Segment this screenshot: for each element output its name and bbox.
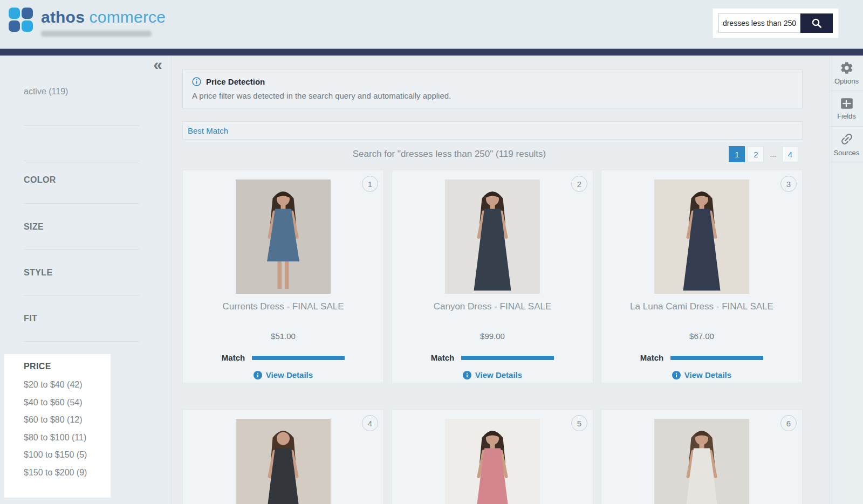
filter-section-fit[interactable]: FIT <box>24 314 37 323</box>
product-title[interactable]: La Luna Cami Dress - FINAL SALE <box>601 301 802 312</box>
divider <box>24 341 139 342</box>
product-price: $51.00 <box>183 332 383 341</box>
product-photo <box>654 179 749 294</box>
product-grid: 1 Curre <box>182 170 803 504</box>
tools-sidebar: Options Fields Sources <box>830 56 863 504</box>
price-filter-option-150-200[interactable]: $150 to $200 (9) <box>24 464 111 482</box>
filter-section-size[interactable]: SIZE <box>24 222 44 232</box>
logo-wordmark: athos commerce <box>41 6 166 28</box>
match-score-bar <box>670 356 763 360</box>
filters-sidebar: « active (119) COLOR SIZE STYLE FIT PRIC… <box>0 56 172 504</box>
result-rank-badge: 4 <box>362 415 378 431</box>
filter-section-price: PRICE <box>24 362 111 371</box>
divider <box>24 249 139 250</box>
page-button-2[interactable]: 2 <box>748 146 764 162</box>
sort-selector[interactable]: Best Match <box>182 121 803 140</box>
result-rank-badge: 5 <box>571 415 587 431</box>
match-label: Match <box>222 353 245 362</box>
view-details-link[interactable]: View Details <box>601 370 802 379</box>
view-details-link[interactable]: View Details <box>183 370 383 379</box>
price-filter-panel: PRICE $20 to $40 (42) $40 to $60 (54) $6… <box>4 354 111 498</box>
product-photo <box>445 419 540 504</box>
results-main: Price Detection A price filter was detec… <box>172 56 830 504</box>
match-row: Match <box>183 353 383 362</box>
top-accent-bar <box>0 49 863 56</box>
logo-icon <box>9 8 33 32</box>
product-price: $99.00 <box>392 332 593 341</box>
fields-label: Fields <box>837 112 856 120</box>
filter-section-style[interactable]: STYLE <box>24 268 53 278</box>
view-details-label: View Details <box>266 370 313 379</box>
product-photo <box>236 419 331 504</box>
active-filter-status: active (119) <box>24 87 68 96</box>
product-price: $67.00 <box>601 332 802 341</box>
results-summary: Search for "dresses less than 250" (119 … <box>182 142 716 167</box>
product-card[interactable]: 1 Curre <box>182 170 384 383</box>
product-card[interactable]: 2 Canyon Dress - FINAL SALE <box>392 170 593 383</box>
product-card[interactable]: 3 La Luna Cami Dress - FINAL SALE <box>601 170 803 383</box>
product-card[interactable]: 4 <box>182 409 384 504</box>
filter-section-color[interactable]: COLOR <box>24 175 56 185</box>
search-input[interactable] <box>718 13 800 33</box>
price-filter-option-20-40[interactable]: $20 to $40 (42) <box>24 376 111 394</box>
gear-icon <box>840 61 854 75</box>
product-photo <box>236 179 331 294</box>
search-button[interactable] <box>800 13 833 33</box>
options-button[interactable]: Options <box>830 56 863 91</box>
sort-label: Best Match <box>188 126 228 135</box>
page-button-1[interactable]: 1 <box>729 146 745 162</box>
view-details-link[interactable]: View Details <box>392 370 593 379</box>
info-icon <box>192 77 201 86</box>
match-label: Match <box>640 353 663 362</box>
view-details-label: View Details <box>475 370 522 379</box>
divider <box>24 295 139 296</box>
header: athos commerce <box>0 0 863 49</box>
page-button-4[interactable]: 4 <box>782 146 798 162</box>
product-photo <box>654 419 749 504</box>
product-title[interactable]: Currents Dress - FINAL SALE <box>183 301 383 312</box>
match-score-bar <box>461 356 554 360</box>
price-filter-option-100-150[interactable]: $100 to $150 (5) <box>24 446 111 464</box>
match-label: Match <box>431 353 454 362</box>
match-row: Match <box>601 353 802 362</box>
result-rank-badge: 6 <box>780 415 797 431</box>
search-icon <box>811 17 823 29</box>
logo-text-athos: athos <box>41 8 85 26</box>
price-filter-option-60-80[interactable]: $60 to $80 (12) <box>24 411 111 429</box>
store-url-redacted <box>41 31 152 37</box>
price-filter-option-40-60[interactable]: $40 to $60 (54) <box>24 394 111 412</box>
info-filled-icon <box>463 371 471 379</box>
price-filter-option-80-100[interactable]: $80 to $100 (11) <box>24 429 111 447</box>
product-title[interactable]: Canyon Dress - FINAL SALE <box>392 301 593 312</box>
logo-text-commerce: commerce <box>90 8 166 26</box>
options-label: Options <box>834 77 859 85</box>
search-bar <box>713 9 838 38</box>
divider <box>24 203 139 204</box>
result-rank-badge: 3 <box>780 176 797 192</box>
sources-label: Sources <box>834 149 860 157</box>
divider <box>24 125 139 126</box>
sources-button[interactable]: Sources <box>830 127 863 162</box>
banner-title: Price Detection <box>206 77 265 86</box>
app-root: athos commerce « active (119) COLOR SI <box>0 0 863 504</box>
match-score-bar <box>252 356 345 360</box>
collapse-sidebar-button[interactable]: « <box>153 56 162 74</box>
result-rank-badge: 1 <box>362 176 378 192</box>
product-card[interactable]: 5 <box>392 409 593 504</box>
info-filled-icon <box>672 371 681 379</box>
product-photo <box>445 179 540 294</box>
logo: athos commerce <box>9 6 166 37</box>
price-detection-banner: Price Detection A price filter was detec… <box>182 70 803 108</box>
results-header-row: Search for "dresses less than 250" (119 … <box>182 142 803 167</box>
result-rank-badge: 2 <box>571 176 587 192</box>
view-details-label: View Details <box>684 370 731 379</box>
banner-message: A price filter was detected in the searc… <box>192 91 793 100</box>
match-row: Match <box>392 353 593 362</box>
fields-button[interactable]: Fields <box>830 91 863 127</box>
pagination-ellipsis: ... <box>770 150 776 158</box>
divider <box>24 161 139 161</box>
link-icon <box>839 132 854 147</box>
product-card[interactable]: 6 <box>601 409 803 504</box>
info-filled-icon <box>254 371 262 379</box>
pagination: 1 2 ... 4 <box>729 146 798 162</box>
